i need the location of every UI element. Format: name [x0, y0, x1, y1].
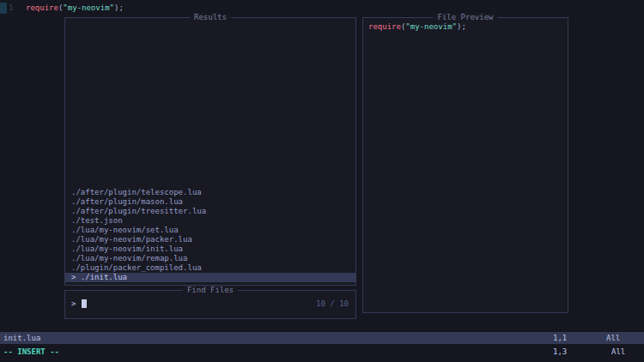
results-list: ./after/plugin/telescope.lua ./after/plu… — [65, 188, 355, 282]
statusline-cursor-position: 1,1 — [553, 332, 567, 344]
lua-string: "my-neovim" — [405, 22, 457, 31]
result-item[interactable]: ./after/plugin/telescope.lua — [65, 188, 355, 197]
line-number: 1 — [9, 3, 13, 14]
command-line: -- INSERT -- 1,3 All — [0, 344, 644, 362]
ruler-cursor-position: 1,3 — [553, 347, 567, 356]
result-item[interactable]: ./after/plugin/treesitter.lua — [65, 207, 355, 216]
result-item[interactable]: ./test.json — [65, 216, 355, 226]
sign-column — [0, 3, 7, 14]
text-cursor — [82, 299, 87, 308]
result-item-selected[interactable]: > ./init.lua — [65, 273, 355, 282]
statusline-scroll-indicator: All — [606, 332, 620, 344]
result-item[interactable]: ./after/plugin/mason.lua — [65, 197, 355, 207]
selection-caret-icon: > — [71, 273, 81, 281]
statusline: init.lua 1,1 All — [0, 332, 644, 344]
results-window-title: Results — [190, 13, 231, 22]
mode-indicator: -- INSERT -- — [3, 347, 59, 356]
close-paren-semicolon: ); — [457, 22, 466, 31]
selected-item-label: ./init.lua — [81, 273, 127, 281]
telescope-prompt-window[interactable]: Find Files > 10 / 10 — [64, 290, 356, 319]
prompt-input[interactable]: > — [71, 299, 87, 309]
result-item[interactable]: ./lua/my-neovim/set.lua — [65, 226, 355, 235]
close-paren-semicolon: ); — [114, 3, 124, 12]
ruler-scroll-indicator: All — [611, 347, 625, 356]
result-item[interactable]: ./plugin/packer_compiled.lua — [65, 263, 355, 273]
preview-code-line: require("my-neovim"); — [368, 21, 466, 32]
lua-keyword-require: require — [368, 22, 401, 31]
prompt-window-title: Find Files — [183, 286, 238, 295]
buffer-code-line: require("my-neovim"); — [26, 3, 124, 14]
statusline-filename: init.lua — [3, 332, 40, 344]
lua-keyword-require: require — [26, 3, 58, 12]
result-item[interactable]: ./lua/my-neovim/packer.lua — [65, 235, 355, 244]
telescope-preview-window: File Preview require("my-neovim"); — [362, 17, 568, 313]
telescope-results-window: Results ./after/plugin/telescope.lua ./a… — [64, 17, 356, 286]
result-item[interactable]: ./lua/my-neovim/init.lua — [65, 244, 355, 254]
result-item[interactable]: ./lua/my-neovim/remap.lua — [65, 254, 355, 263]
prompt-symbol-icon: > — [71, 299, 81, 308]
lua-string: "my-neovim" — [63, 3, 114, 12]
result-counter: 10 / 10 — [316, 299, 349, 309]
